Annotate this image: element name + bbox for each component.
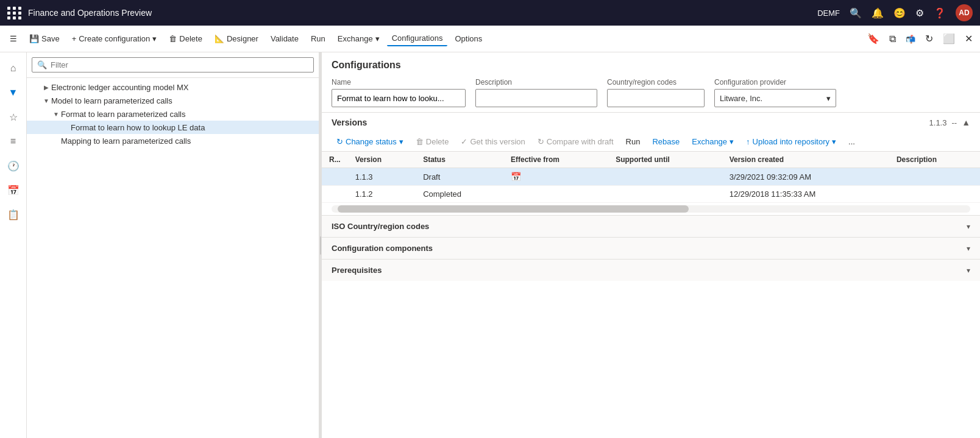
provider-label: Configuration provider: [714, 78, 836, 87]
exchange-button[interactable]: Exchange ▾: [333, 32, 385, 46]
cell-version-2: 1.1.2: [348, 186, 416, 203]
save-icon: 💾: [29, 34, 39, 43]
waffle-menu[interactable]: [7, 7, 22, 19]
restore-icon[interactable]: ⬜: [940, 30, 957, 47]
commandbar: ☰ 💾 Save + Create configuration ▾ 🗑 Dele…: [0, 26, 980, 52]
refresh-icon[interactable]: ↻: [923, 30, 936, 47]
iso-section: ISO Country/region codes ▾: [322, 215, 980, 237]
col-version-created: Version created: [722, 152, 889, 168]
tree-toggle-expand[interactable]: ▶: [41, 82, 51, 92]
left-nav-icons: ⌂ ▼ ☆ ≡ 🕐 📅 📋: [0, 52, 27, 438]
settings-icon[interactable]: ⚙: [915, 7, 924, 19]
nav-calendar-icon[interactable]: 📅: [2, 179, 24, 201]
nav-clock-icon[interactable]: 🕐: [2, 155, 24, 177]
tree-toggle-collapse[interactable]: ▼: [41, 96, 51, 105]
rebase-button[interactable]: Rebase: [647, 135, 684, 149]
col-status: Status: [416, 152, 503, 168]
version-toolbar: ↻ Change status ▾ 🗑 Delete ✓ Get this ve…: [322, 132, 980, 152]
version-exchange-button[interactable]: Exchange ▾: [687, 135, 739, 149]
nav-list-icon[interactable]: 📋: [2, 203, 24, 225]
tree-item-format-parameterized[interactable]: ▼ Format to learn parameterized calls: [27, 107, 319, 121]
horizontal-scrollbar[interactable]: [332, 205, 970, 213]
versions-section: Versions 1.1.3 -- ▲ ↻ Change status ▾ 🗑 …: [322, 113, 980, 213]
search-icon[interactable]: 🔍: [850, 7, 862, 19]
version-delete-button[interactable]: 🗑 Delete: [411, 135, 454, 149]
filter-input[interactable]: [51, 60, 308, 69]
nav-star-icon[interactable]: ☆: [2, 106, 24, 128]
versions-table-wrapper: R... Version Status Effective from Suppo…: [322, 152, 980, 203]
close-icon[interactable]: ✕: [962, 30, 975, 47]
user-avatar[interactable]: AD: [956, 4, 973, 21]
name-input[interactable]: [332, 89, 466, 107]
cell-r-2: [322, 186, 348, 203]
options-button[interactable]: Options: [450, 32, 487, 46]
app-title: Finance and Operations Preview: [28, 8, 152, 18]
table-row[interactable]: 1.1.2 Completed 12/29/2018 11:35:33 AM: [322, 186, 980, 203]
tree-item-electronic-ledger[interactable]: ▶ Electronic ledger accounting model MX: [27, 80, 319, 94]
version-number: 1.1.3: [929, 118, 947, 127]
country-input[interactable]: [607, 89, 705, 107]
tree-item-model-parameterized[interactable]: ▼ Model to learn parameterized calls: [27, 94, 319, 107]
nav-lines-icon[interactable]: ≡: [2, 130, 24, 152]
iso-collapse-header[interactable]: ISO Country/region codes ▾: [322, 216, 980, 237]
validate-button[interactable]: Validate: [266, 32, 304, 46]
tree-toggle-collapse-2[interactable]: ▼: [51, 109, 61, 119]
version-sep: --: [951, 118, 957, 127]
cell-supported-until-2: [608, 186, 722, 203]
get-this-version-button[interactable]: ✓ Get this version: [456, 135, 530, 149]
cell-version-created-1: 3/29/2021 09:32:09 AM: [722, 168, 889, 186]
badge-count-icon: 📬: [903, 31, 918, 47]
tree-item-mapping-parameterized[interactable]: Mapping to learn parameterized calls: [27, 134, 319, 147]
more-options-button[interactable]: ...: [843, 135, 860, 149]
env-label: DEMF: [817, 9, 840, 18]
description-input[interactable]: [475, 89, 597, 107]
help-icon[interactable]: ❓: [934, 7, 946, 19]
change-status-button[interactable]: ↻ Change status ▾: [332, 135, 408, 149]
hamburger-button[interactable]: ☰: [5, 32, 22, 46]
scrollbar-thumb: [338, 205, 689, 213]
face-icon[interactable]: 😊: [893, 7, 906, 19]
versions-collapse-icon[interactable]: ▲: [962, 118, 970, 127]
tree-content: ▶ Electronic ledger accounting model MX …: [27, 78, 319, 438]
add-icon: +: [72, 34, 77, 43]
provider-field: Configuration provider Litware, Inc. ▾: [714, 78, 836, 107]
cell-r-1: [322, 168, 348, 186]
upload-repo-button[interactable]: ↑ Upload into repository ▾: [741, 135, 841, 149]
provider-chevron-icon: ▾: [826, 94, 831, 103]
save-button[interactable]: 💾 Save: [24, 32, 65, 46]
compare-icon: ↻: [538, 137, 544, 146]
designer-button[interactable]: 📐 Designer: [210, 32, 263, 46]
bookmark-icon[interactable]: 🔖: [865, 30, 882, 47]
tree-filter-bar: 🔍: [27, 52, 319, 78]
description-label: Description: [475, 78, 597, 87]
cell-supported-until-1: [608, 168, 722, 186]
bell-icon[interactable]: 🔔: [872, 7, 884, 19]
form-row: Name Description Country/region codes Co…: [332, 78, 970, 107]
name-label: Name: [332, 78, 466, 87]
nav-filter-icon[interactable]: ▼: [2, 82, 24, 104]
version-run-button[interactable]: Run: [621, 135, 645, 149]
delete-button[interactable]: 🗑 Delete: [164, 32, 207, 46]
provider-select[interactable]: Litware, Inc. ▾: [714, 89, 836, 107]
nav-home-icon[interactable]: ⌂: [2, 57, 24, 79]
tree-item-format-lookup[interactable]: Format to learn how to lookup LE data: [27, 121, 319, 134]
cell-description-1: [889, 168, 980, 186]
country-field: Country/region codes: [607, 78, 705, 107]
configurations-button[interactable]: Configurations: [387, 31, 448, 46]
filter-search-icon: 🔍: [37, 60, 47, 69]
country-label: Country/region codes: [607, 78, 705, 87]
run-button[interactable]: Run: [306, 32, 330, 46]
components-collapse-header[interactable]: Configuration components ▾: [322, 238, 980, 259]
prerequisites-section: Prerequisites ▾: [322, 259, 980, 281]
create-config-button[interactable]: + Create configuration ▾: [67, 32, 162, 46]
prerequisites-collapse-header[interactable]: Prerequisites ▾: [322, 260, 980, 281]
iso-title: ISO Country/region codes: [332, 222, 429, 231]
split-view-icon[interactable]: ⧉: [887, 31, 898, 47]
cell-status-1: Draft: [416, 168, 503, 186]
tree-panel: 🔍 ▶ Electronic ledger accounting model M…: [27, 52, 319, 438]
designer-icon: 📐: [215, 34, 224, 43]
compare-with-draft-button[interactable]: ↻ Compare with draft: [533, 135, 619, 149]
calendar-icon[interactable]: 📅: [511, 172, 521, 182]
table-row[interactable]: 1.1.3 Draft 📅 3/29/2021 09:32:09 AM: [322, 168, 980, 186]
refresh-status-icon: ↻: [336, 137, 343, 146]
